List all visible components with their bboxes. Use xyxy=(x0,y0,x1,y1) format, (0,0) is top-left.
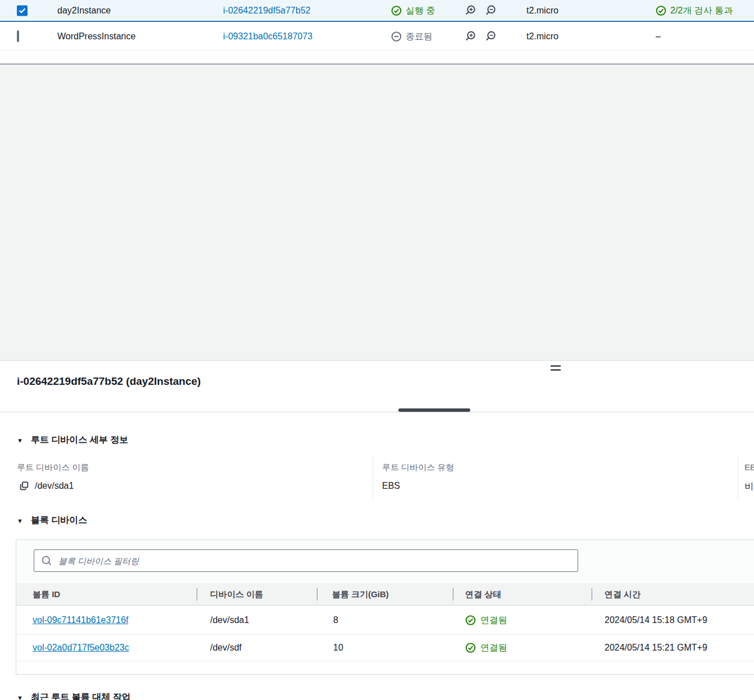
attach-time: 2024/05/14 15:18 GMT+9 xyxy=(605,615,707,625)
section-root-device-details[interactable]: ▼ 루트 디바이스 세부 정보 xyxy=(17,434,128,446)
checkbox-checked-icon[interactable] xyxy=(17,5,28,16)
instance-row-day2instance[interactable]: day2Instance i-02642219df5a77b52 실행 중 t2… xyxy=(0,0,754,22)
panel-resize-handle[interactable] xyxy=(551,365,561,373)
volume-id-link[interactable]: vol-09c71141b61e3716f xyxy=(33,615,129,625)
column-divider[interactable] xyxy=(197,588,197,601)
instance-row-wordpressinstance[interactable]: WordPressInstance i-09321ba0c65187073 종료… xyxy=(0,22,754,51)
status-checks: 2/2개 검사 통과 xyxy=(670,4,733,16)
instance-type: t2.micro xyxy=(526,6,558,16)
empty-map-area xyxy=(0,65,754,361)
section-block-devices[interactable]: ▼ 블록 디바이스 xyxy=(17,515,87,526)
col-device-name[interactable]: 디바이스 이름 xyxy=(210,589,263,599)
section-header-label: 루트 디바이스 세부 정보 xyxy=(31,434,128,446)
truncated-field-label: EB xyxy=(744,462,754,472)
block-devices-table-header: 볼륨 ID 디바이스 이름 볼륨 크기(GiB) 연결 상태 연결 시간 xyxy=(16,583,754,606)
column-divider[interactable] xyxy=(592,588,592,601)
collapse-triangle-icon: ▼ xyxy=(17,437,23,444)
root-device-name-value: /dev/sda1 xyxy=(35,481,74,491)
volume-id-link[interactable]: vol-02a0d717f5e03b23c xyxy=(33,643,129,652)
instance-id-link[interactable]: i-09321ba0c65187073 xyxy=(223,31,312,41)
instance-name: day2Instance xyxy=(57,6,111,16)
root-device-type-label: 루트 디바이스 유형 xyxy=(382,462,454,473)
block-devices-card: 볼륨 ID 디바이스 이름 볼륨 크기(GiB) 연결 상태 연결 시간 vol… xyxy=(16,539,754,675)
check-circle-icon xyxy=(465,643,476,653)
table-row: vol-02a0d717f5e03b23c /dev/sdf 10 연결됨 20… xyxy=(16,635,754,661)
truncated-field-value: 비 xyxy=(744,481,753,493)
zoom-out-icon[interactable] xyxy=(484,4,497,17)
details-panel-title: i-02642219df5a77b52 (day2Instance) xyxy=(17,375,201,388)
status-checks-empty: – xyxy=(656,31,661,42)
instance-state: 종료됨 xyxy=(406,30,433,42)
collapse-triangle-icon: ▼ xyxy=(17,517,23,524)
panel-header-divider xyxy=(0,412,754,412)
minus-circle-icon xyxy=(391,31,402,42)
row-checkbox[interactable] xyxy=(17,5,28,16)
instance-state: 실행 중 xyxy=(406,4,435,16)
check-circle-icon xyxy=(391,5,402,16)
instance-type: t2.micro xyxy=(526,31,558,42)
search-icon xyxy=(41,555,52,566)
collapse-triangle-icon: ▼ xyxy=(17,694,23,700)
zoom-in-icon[interactable] xyxy=(464,4,476,17)
col-volume-id[interactable]: 볼륨 ID xyxy=(33,589,60,599)
section-recent-root-volume-tasks[interactable]: ▼ 최근 루트 볼륨 대체 작업 xyxy=(17,692,131,700)
section-header-label: 블록 디바이스 xyxy=(31,515,87,526)
block-device-filter[interactable] xyxy=(34,549,578,572)
instance-name: WordPressInstance xyxy=(57,31,135,42)
field-divider xyxy=(738,454,738,501)
copy-icon[interactable] xyxy=(19,480,30,492)
zoom-out-icon[interactable] xyxy=(484,30,497,43)
check-circle-icon xyxy=(465,615,476,625)
column-divider[interactable] xyxy=(317,588,317,601)
attach-status: 연결됨 xyxy=(480,614,507,626)
attach-time: 2024/05/14 15:21 GMT+9 xyxy=(605,643,707,653)
col-time[interactable]: 연결 시간 xyxy=(605,589,641,599)
field-divider xyxy=(373,454,373,501)
row-checkbox[interactable] xyxy=(17,31,19,42)
checkbox-empty-icon[interactable] xyxy=(17,30,19,42)
column-divider[interactable] xyxy=(453,588,453,601)
table-row: vol-09c71141b61e3716f /dev/sda1 8 연결됨 20… xyxy=(16,606,754,635)
volume-size: 8 xyxy=(333,615,338,625)
volume-size: 10 xyxy=(333,643,343,653)
device-name: /dev/sda1 xyxy=(210,615,249,625)
col-size[interactable]: 볼륨 크기(GiB) xyxy=(332,589,389,599)
check-circle-icon xyxy=(656,5,666,16)
zoom-in-icon[interactable] xyxy=(464,30,476,43)
root-device-name-label: 루트 디바이스 이름 xyxy=(17,462,89,473)
device-name: /dev/sdf xyxy=(210,643,242,653)
root-device-type-value: EBS xyxy=(382,481,400,491)
block-device-filter-input[interactable] xyxy=(57,556,571,566)
attach-status: 연결됨 xyxy=(480,642,507,654)
filter-area xyxy=(16,540,754,583)
col-status[interactable]: 연결 상태 xyxy=(465,589,501,599)
instance-id-link[interactable]: i-02642219df5a77b52 xyxy=(223,6,311,15)
section-header-label: 최근 루트 볼륨 대체 작업 xyxy=(31,692,131,700)
